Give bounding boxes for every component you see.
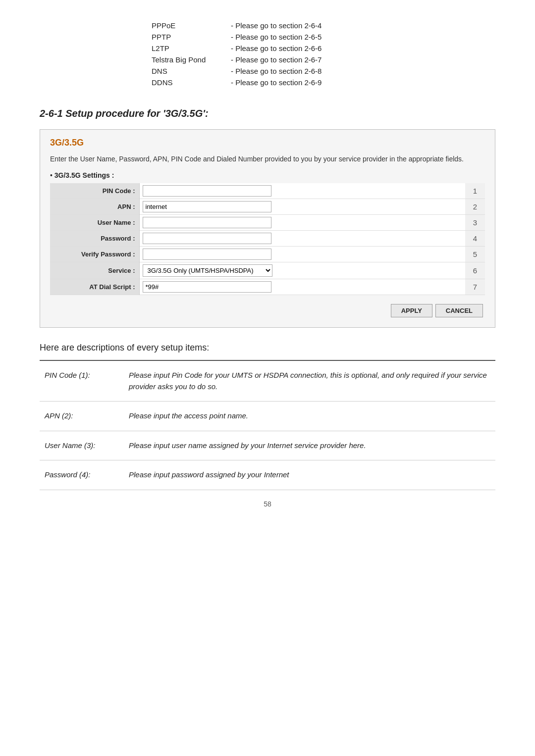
- field-input-4[interactable]: [143, 249, 271, 260]
- field-input-cell: [139, 183, 465, 199]
- settings-panel: 3G/3.5G Enter the User Name, Password, A…: [40, 129, 495, 328]
- desc-text: Please input user name assigned by your …: [119, 431, 495, 460]
- intro-desc: - Please go to section 2-6-9: [228, 77, 386, 88]
- field-input-cell: [139, 231, 465, 247]
- intro-table: PPPoE- Please go to section 2-6-4PPTP- P…: [149, 20, 386, 88]
- cancel-button[interactable]: CANCEL: [435, 304, 483, 317]
- intro-desc: - Please go to section 2-6-4: [228, 20, 386, 31]
- desc-row: User Name (3): Please input user name as…: [40, 431, 495, 460]
- service-select[interactable]: 3G/3.5G Only (UMTS/HSPA/HSDPA)2G Only3G/…: [143, 264, 272, 277]
- field-num: 2: [465, 199, 485, 215]
- desc-term: User Name (3):: [40, 431, 119, 460]
- page-number: 58: [40, 500, 495, 508]
- service-label: Service :: [50, 262, 139, 279]
- field-label: Verify Password :: [50, 247, 139, 262]
- intro-desc: - Please go to section 2-6-5: [228, 31, 386, 43]
- intro-label: DNS: [149, 65, 228, 77]
- field-label: User Name :: [50, 215, 139, 231]
- intro-label: L2TP: [149, 43, 228, 54]
- settings-label: • 3G/3.5G Settings :: [50, 171, 485, 179]
- intro-row: PPTP- Please go to section 2-6-5: [149, 31, 386, 43]
- field-input-2[interactable]: [143, 217, 271, 228]
- intro-desc: - Please go to section 2-6-8: [228, 65, 386, 77]
- intro-label: PPTP: [149, 31, 228, 43]
- field-num: 1: [465, 183, 485, 199]
- at-dial-row: AT Dial Script : 7: [50, 279, 485, 295]
- form-row: User Name : 3: [50, 215, 485, 231]
- desc-text: Please input password assigned by your I…: [119, 460, 495, 490]
- service-row: Service : 3G/3.5G Only (UMTS/HSPA/HSDPA)…: [50, 262, 485, 279]
- settings-form: PIN Code : 1 APN : 2 User Name : 3 Passw…: [50, 183, 485, 295]
- panel-description: Enter the User Name, Password, APN, PIN …: [50, 154, 485, 164]
- intro-row: DNS- Please go to section 2-6-8: [149, 65, 386, 77]
- desc-row: PIN Code (1): Please input Pin Code for …: [40, 360, 495, 402]
- form-row: Password : 4: [50, 231, 485, 247]
- field-input-0[interactable]: [143, 185, 271, 197]
- intro-desc: - Please go to section 2-6-6: [228, 43, 386, 54]
- section-title: 2-6-1 Setup procedure for '3G/3.5G':: [40, 108, 495, 119]
- field-input-1[interactable]: [143, 201, 271, 212]
- intro-row: DDNS- Please go to section 2-6-9: [149, 77, 386, 88]
- at-dial-num: 7: [465, 279, 485, 295]
- desc-text: Please input Pin Code for your UMTS or H…: [119, 360, 495, 402]
- field-num: 3: [465, 215, 485, 231]
- field-label: Password :: [50, 231, 139, 247]
- form-row: APN : 2: [50, 199, 485, 215]
- field-num: 4: [465, 231, 485, 247]
- field-input-3[interactable]: [143, 233, 271, 244]
- panel-title: 3G/3.5G: [50, 138, 485, 148]
- desc-term: APN (2):: [40, 402, 119, 431]
- intro-label: Telstra Big Pond: [149, 54, 228, 65]
- field-input-cell: [139, 199, 465, 215]
- intro-desc: - Please go to section 2-6-7: [228, 54, 386, 65]
- intro-row: PPPoE- Please go to section 2-6-4: [149, 20, 386, 31]
- desc-row: Password (4): Please input password assi…: [40, 460, 495, 490]
- desc-text: Please input the access point name.: [119, 402, 495, 431]
- desc-row: APN (2): Please input the access point n…: [40, 402, 495, 431]
- intro-row: L2TP- Please go to section 2-6-6: [149, 43, 386, 54]
- descriptions-title: Here are descriptions of every setup ite…: [40, 343, 495, 353]
- service-input-cell: 3G/3.5G Only (UMTS/HSPA/HSDPA)2G Only3G/…: [139, 262, 465, 279]
- intro-label: PPPoE: [149, 20, 228, 31]
- form-row: Verify Password : 5: [50, 247, 485, 262]
- descriptions-table: PIN Code (1): Please input Pin Code for …: [40, 360, 495, 490]
- field-input-cell: [139, 247, 465, 262]
- desc-term: Password (4):: [40, 460, 119, 490]
- field-num: 5: [465, 247, 485, 262]
- at-dial-input[interactable]: [143, 281, 271, 293]
- desc-term: PIN Code (1):: [40, 360, 119, 402]
- field-label: PIN Code :: [50, 183, 139, 199]
- field-input-cell: [139, 215, 465, 231]
- apply-button[interactable]: APPLY: [391, 304, 432, 317]
- service-num: 6: [465, 262, 485, 279]
- form-row: PIN Code : 1: [50, 183, 485, 199]
- intro-row: Telstra Big Pond- Please go to section 2…: [149, 54, 386, 65]
- at-dial-label: AT Dial Script :: [50, 279, 139, 295]
- intro-label: DDNS: [149, 77, 228, 88]
- field-label: APN :: [50, 199, 139, 215]
- button-row: APPLY CANCEL: [50, 300, 485, 319]
- at-dial-input-cell: [139, 279, 465, 295]
